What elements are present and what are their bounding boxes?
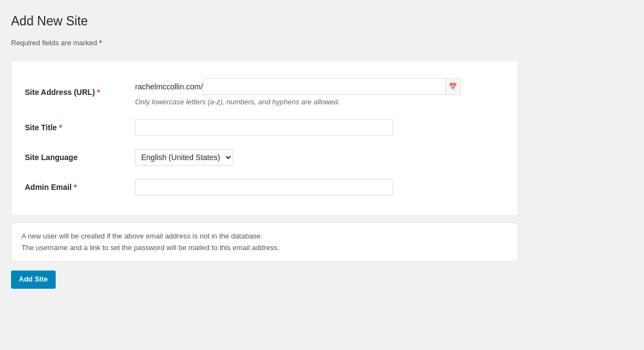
admin-email-field xyxy=(135,172,505,202)
admin-email-row: Admin Email * xyxy=(25,172,505,202)
site-address-hint: Only lowercase letters (a-z), numbers, a… xyxy=(135,98,505,106)
site-address-input[interactable] xyxy=(203,78,446,95)
info-line-2: The username and a link to set the passw… xyxy=(22,242,508,254)
site-title-row: Site Title * xyxy=(25,113,505,142)
site-title-input[interactable] xyxy=(135,119,393,136)
site-address-label: Site Address (URL) * xyxy=(25,72,135,113)
site-title-label: Site Title * xyxy=(25,113,135,142)
page-title: Add New Site xyxy=(11,13,633,30)
url-field-wrapper: rachelmccollin.com/ 📅 xyxy=(135,78,505,95)
required-star: * xyxy=(99,39,102,47)
url-icon: 📅 xyxy=(446,78,461,95)
form-container: Site Address (URL) * rachelmccollin.com/… xyxy=(11,60,518,216)
info-line-1: A new user will be created if the above … xyxy=(22,231,508,242)
site-language-label: Site Language xyxy=(25,142,135,172)
site-language-select[interactable]: English (United States) English (UK) Fre… xyxy=(135,149,233,166)
info-box: A new user will be created if the above … xyxy=(11,222,518,262)
required-note-text: Required fields are marked xyxy=(11,39,97,47)
admin-email-input[interactable] xyxy=(135,179,393,195)
url-prefix: rachelmccollin.com/ xyxy=(135,82,203,91)
site-address-field: rachelmccollin.com/ 📅 Only lowercase let… xyxy=(135,72,505,113)
site-language-row: Site Language English (United States) En… xyxy=(25,142,505,172)
form-table: Site Address (URL) * rachelmccollin.com/… xyxy=(25,72,505,202)
admin-email-label: Admin Email * xyxy=(25,172,135,202)
site-language-field: English (United States) English (UK) Fre… xyxy=(135,142,505,172)
required-note: Required fields are marked * xyxy=(11,39,633,47)
site-title-field xyxy=(135,113,505,142)
add-site-button[interactable]: Add Site xyxy=(11,271,56,288)
site-address-row: Site Address (URL) * rachelmccollin.com/… xyxy=(25,72,505,113)
